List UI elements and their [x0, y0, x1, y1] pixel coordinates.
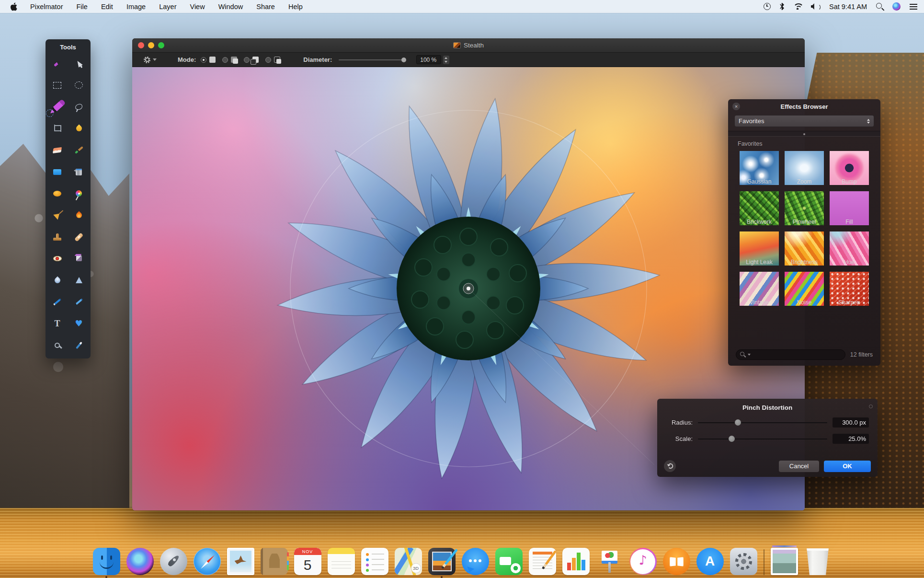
notification-center-icon[interactable] — [910, 4, 917, 10]
cancel-button[interactable]: Cancel — [779, 461, 819, 472]
clone-stamp-tool[interactable] — [47, 227, 68, 247]
effect-item[interactable]: Pinwheel — [785, 191, 824, 225]
zoom-button[interactable] — [158, 42, 164, 48]
mode-radio[interactable] — [201, 57, 206, 63]
effect-item[interactable]: Light Leak — [740, 231, 779, 266]
menu-clock[interactable]: Sat 9:41 AM — [829, 3, 867, 11]
scale-slider[interactable] — [698, 436, 827, 442]
crop-tool[interactable] — [47, 118, 68, 139]
smudge-tool[interactable] — [47, 183, 68, 204]
zoom-value-field[interactable]: 100 % — [416, 55, 441, 64]
minimize-button[interactable] — [148, 42, 154, 48]
dock-pictures[interactable] — [771, 548, 798, 575]
blur-tool[interactable] — [47, 270, 68, 290]
effect-item[interactable]: Zoom — [785, 151, 824, 185]
scale-value-field[interactable]: 25.0% — [833, 434, 869, 444]
fill-tool[interactable] — [47, 162, 68, 182]
gradient-tool[interactable] — [69, 162, 89, 182]
dock-itunes[interactable] — [629, 548, 657, 575]
zoom-tool[interactable] — [47, 335, 68, 356]
wifi-icon[interactable] — [793, 3, 802, 10]
dock-pixelmator[interactable] — [428, 548, 456, 575]
effect-thumbnail[interactable] — [830, 272, 869, 297]
apple-menu[interactable] — [11, 2, 18, 11]
ink-pencil-tool[interactable] — [69, 291, 89, 312]
dock-trash[interactable] — [804, 548, 832, 575]
bluetooth-icon[interactable] — [780, 3, 784, 10]
diameter-slider[interactable] — [339, 57, 406, 63]
pen-tool[interactable] — [69, 118, 89, 139]
pencil-tool[interactable] — [47, 291, 68, 312]
zoom-stepper[interactable] — [443, 56, 449, 64]
dock-notes[interactable] — [328, 548, 355, 575]
dock-mail[interactable] — [227, 548, 254, 575]
slider-thumb[interactable] — [401, 58, 406, 62]
dock-ibooks[interactable] — [663, 548, 690, 575]
lasso-tool[interactable] — [69, 96, 89, 117]
dock-finder[interactable] — [93, 548, 120, 575]
dock-appstore[interactable] — [696, 548, 724, 575]
saturation-tool[interactable] — [69, 183, 89, 204]
dock-calendar[interactable]: NOV 5 — [294, 548, 321, 575]
siri-icon[interactable] — [892, 2, 901, 11]
dock-contacts[interactable] — [261, 548, 288, 575]
dialog-collapse-icon[interactable] — [869, 405, 873, 408]
slider-thumb[interactable] — [735, 419, 741, 426]
menu-item[interactable]: Layer — [159, 3, 176, 11]
effect-item[interactable]: Brickwork — [740, 191, 779, 225]
dock-keynote[interactable] — [596, 548, 623, 575]
dock-numbers[interactable] — [562, 548, 590, 575]
mode-radio[interactable] — [222, 57, 228, 63]
dock-siri[interactable] — [126, 548, 154, 575]
sharpen-tool[interactable] — [69, 248, 89, 269]
mode-normal[interactable] — [201, 57, 216, 63]
ok-button[interactable]: OK — [824, 461, 871, 472]
effects-search-field[interactable] — [736, 349, 845, 360]
effect-item[interactable]: Vintage — [740, 272, 779, 306]
menu-item[interactable]: File — [77, 3, 88, 11]
menu-item[interactable]: Window — [218, 3, 243, 11]
reset-button[interactable] — [664, 460, 676, 472]
effect-thumbnail[interactable] — [785, 272, 824, 297]
elliptical-marquee-tool[interactable] — [69, 75, 89, 95]
effect-item[interactable]: Hue — [830, 231, 869, 266]
shape-tool[interactable] — [69, 313, 89, 334]
radius-slider[interactable] — [698, 419, 827, 426]
mode-subtract[interactable] — [244, 57, 259, 63]
spotlight-search-icon[interactable] — [876, 3, 883, 10]
menu-item[interactable]: Help — [288, 3, 303, 11]
effect-thumbnail[interactable] — [785, 191, 824, 216]
mode-add[interactable] — [222, 57, 237, 63]
effect-thumbnail[interactable] — [830, 231, 869, 256]
distort-tool[interactable] — [69, 270, 89, 290]
category-dropdown[interactable]: Favorites — [734, 115, 874, 127]
healing-tool[interactable] — [69, 227, 89, 247]
menu-item[interactable]: Pixelmator — [30, 3, 63, 11]
effect-thumbnail[interactable] — [740, 231, 779, 256]
menu-item[interactable]: View — [190, 3, 205, 11]
dock-safari[interactable] — [194, 548, 221, 575]
effect-item[interactable]: Fill — [830, 191, 869, 225]
effect-thumbnail[interactable] — [785, 151, 824, 176]
mode-radio[interactable] — [244, 57, 250, 63]
search-input[interactable] — [753, 351, 841, 358]
panel-resize-handle[interactable] — [728, 131, 880, 137]
dock-pages[interactable] — [529, 548, 556, 575]
dock-facetime[interactable] — [495, 548, 523, 575]
eyedropper-tool[interactable] — [69, 335, 89, 356]
dock-launchpad[interactable] — [160, 548, 187, 575]
rectangular-marquee-tool[interactable] — [47, 75, 68, 95]
effect-item[interactable]: Sharpen — [830, 272, 869, 306]
radius-value-field[interactable]: 300.0 px — [833, 417, 869, 428]
gear-icon[interactable] — [144, 57, 150, 63]
effect-item[interactable]: Brightness — [785, 231, 824, 266]
volume-icon[interactable] — [811, 3, 820, 10]
effect-thumbnail[interactable] — [830, 191, 869, 216]
red-eye-tool[interactable] — [47, 248, 68, 269]
dock-system-preferences[interactable] — [730, 548, 757, 575]
effect-thumbnail[interactable] — [740, 272, 779, 297]
menu-item[interactable]: Image — [126, 3, 146, 11]
type-tool[interactable] — [47, 313, 68, 334]
effect-thumbnail[interactable] — [740, 151, 779, 176]
dock-messages[interactable] — [462, 548, 489, 575]
